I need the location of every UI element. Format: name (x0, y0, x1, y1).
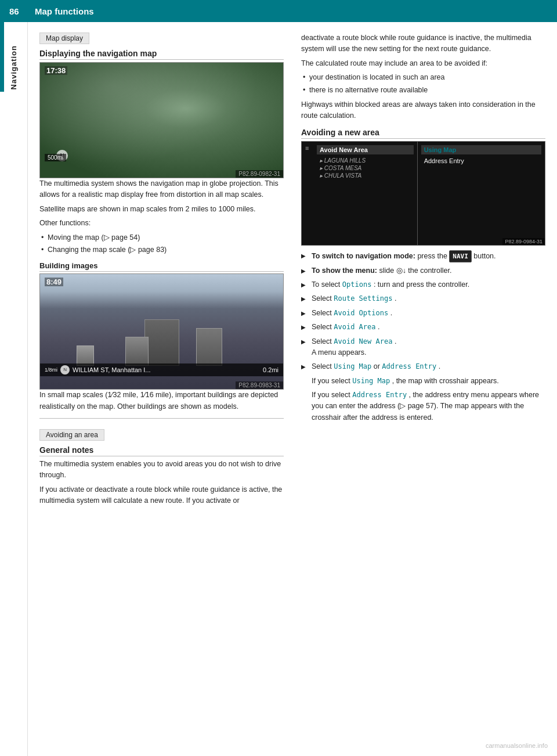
avoid-options-code: Avoid Options (334, 309, 388, 317)
right-column: deactivate a route block while route gui… (295, 33, 557, 746)
arrow-label-5: Select (312, 309, 332, 317)
arrow-item-show-menu: To show the menu: slide ◎↓ the controlle… (301, 265, 545, 276)
arrow-label-8: Select (312, 362, 332, 370)
body-text-3: Other functions: (39, 218, 284, 229)
page-number: 86 (9, 6, 30, 16)
building-street-name: WILLIAM ST, Manhattan I... (73, 366, 151, 373)
body-text-1: The multimedia system shows the navigati… (39, 178, 284, 201)
navi-address-entry-item: Address Entry (421, 157, 541, 165)
map-compass-icon: N (56, 150, 68, 161)
arrow-item-switch-nav: To switch to navigation mode: press the … (301, 250, 545, 262)
arrow-text-3b: : turn and press the controller. (374, 280, 469, 289)
arrow-end-5: . (390, 309, 392, 317)
if-select-2: If you select (312, 391, 350, 399)
section-label-avoid-area: Avoiding an area (39, 429, 104, 441)
arrow-item-avoid-area: Select Avoid Area . (301, 322, 545, 333)
arrow-text-1: press the (417, 252, 447, 260)
map-timestamp: 17:38 (45, 66, 67, 75)
building-left (125, 337, 149, 366)
arrow-label-7: Select (312, 337, 332, 345)
arrow-item-select-using-or-address: Select Using Map or Address Entry . (301, 361, 545, 372)
building-center (144, 319, 179, 366)
using-map-inline: Using Map (352, 377, 390, 385)
arrow-item-select-options: To select Options : turn and press the c… (301, 279, 545, 290)
arrow-end-7: . (395, 337, 396, 345)
building-compass-small: N (60, 365, 70, 375)
navi-avoid-new-area-title: Avoid New Area (317, 145, 414, 154)
header-bar: 86 Map functions (0, 0, 557, 22)
sidebar-label: Navigation (9, 45, 18, 89)
right-body-text-1: deactivate a route block while route gui… (301, 33, 545, 55)
arrow-label-6: Select (312, 323, 332, 331)
building-caption: P82.89-0983-31 (236, 381, 283, 389)
section-heading-general-notes: General notes (39, 445, 284, 456)
building-timestamp: 8:49 (45, 278, 63, 286)
section-label-map-display: Map display (39, 33, 89, 44)
arrow-end-6: . (378, 323, 379, 331)
arrow-end-1: button. (473, 252, 495, 260)
right-body-text-3: Highways within blocked areas are always… (301, 99, 545, 122)
avoid-area-code: Avoid Area (334, 323, 375, 331)
building-image: 8:49 1/8mi N WILLIAM ST, Manhattan I... … (39, 273, 284, 390)
navi-item-1: ▸ LAGUNA HILLS (317, 157, 414, 164)
navi-using-map-title: Using Map (421, 145, 541, 154)
map-scale-indicator: 500mi (45, 154, 66, 161)
navi-caption: P82.89-0984-31 (502, 238, 545, 245)
bullet-destination: your destination is located in such an a… (301, 72, 545, 83)
map-image: 17:38 N P82.89-0982-31 500mi (39, 62, 284, 178)
arrow-text-3a: To select (312, 280, 340, 289)
arrow-bold-2: To show the menu: (312, 267, 377, 275)
avoid-new-area-code: Avoid New Area (334, 337, 392, 345)
map-caption: P82.89-0982-31 (236, 170, 283, 178)
arrow-bold-1: To switch to navigation mode: (312, 252, 415, 260)
arrow-item-avoid-new-area: Select Avoid New Area . A menu appears. (301, 336, 545, 359)
arrow-after-7: A menu appears. (312, 348, 367, 357)
left-column: Map display Displaying the navigation ma… (28, 33, 295, 746)
arrow-end-8: . (439, 362, 440, 370)
right-body-text-2: The calculated route may include an area… (301, 58, 545, 69)
section-heading-avoid-new-area: Avoiding a new area (301, 128, 545, 139)
using-map-explanation: If you select Using Map , the map with c… (301, 376, 545, 387)
arrow-end-4: . (395, 294, 396, 303)
arrow-text-2: slide ◎↓ the controller. (379, 267, 451, 275)
body-text-5: The multimedia system enables you to avo… (39, 459, 284, 481)
body-text-4: In small map scales (1⁄32 mile, 1⁄16 mil… (39, 390, 284, 412)
divider-1 (39, 418, 284, 419)
bullet-no-alternative: there is no alternative route available (301, 85, 545, 96)
sidebar-accent (0, 22, 4, 92)
building-distance: 0.2mi (263, 366, 278, 373)
using-map-text: , the map with crosshair appears. (392, 377, 499, 385)
building-right (196, 328, 222, 366)
building-street-bar: 1/8mi N WILLIAM ST, Manhattan I... 0.2mi (40, 363, 283, 376)
sidebar: Navigation (0, 22, 28, 756)
if-select-1: If you select (312, 377, 350, 385)
navi-screen-image: ≡ Avoid New Area ▸ LAGUNA HILLS ▸ COSTA … (301, 141, 545, 246)
bullet-changing-scale: Changing the map scale (▷ page 83) (39, 244, 284, 255)
address-entry-explanation: If you select Address Entry , the addres… (301, 390, 545, 423)
body-text-2: Satellite maps are shown in map scales f… (39, 204, 284, 215)
options-code: Options (342, 280, 372, 289)
navi-button-label: NAVI (449, 250, 472, 262)
navi-item-3: ▸ CHULA VISTA (317, 172, 414, 179)
address-entry-inline: Address Entry (352, 391, 407, 399)
section-heading-displaying: Displaying the navigation map (39, 49, 284, 60)
page-title: Map functions (35, 6, 94, 16)
section-heading-building: Building images (39, 261, 284, 272)
building-scale-label: 1/8mi (45, 367, 57, 373)
body-text-6: If you activate or deactivate a route bl… (39, 484, 284, 507)
page-body: Navigation Map display Displaying the na… (0, 22, 557, 756)
navi-right-panel: Using Map Address Entry (418, 142, 545, 245)
arrow-item-route-settings: Select Route Settings . (301, 293, 545, 304)
watermark: carmanualsonline.info (486, 742, 548, 749)
navi-icon: ≡ (305, 145, 309, 152)
address-entry-code: Address Entry (382, 362, 436, 370)
building-far-left (77, 345, 94, 366)
arrow-or-8: or (374, 362, 382, 370)
arrow-item-avoid-options: Select Avoid Options . (301, 308, 545, 319)
arrow-label-4: Select (312, 294, 332, 303)
navi-left-panel: Avoid New Area ▸ LAGUNA HILLS ▸ COSTA ME… (313, 142, 418, 245)
main-content: Map display Displaying the navigation ma… (28, 22, 557, 756)
bullet-moving-map: Moving the map (▷ page 54) (39, 232, 284, 243)
using-map-code: Using Map (334, 362, 371, 370)
route-settings-code: Route Settings (334, 294, 392, 303)
